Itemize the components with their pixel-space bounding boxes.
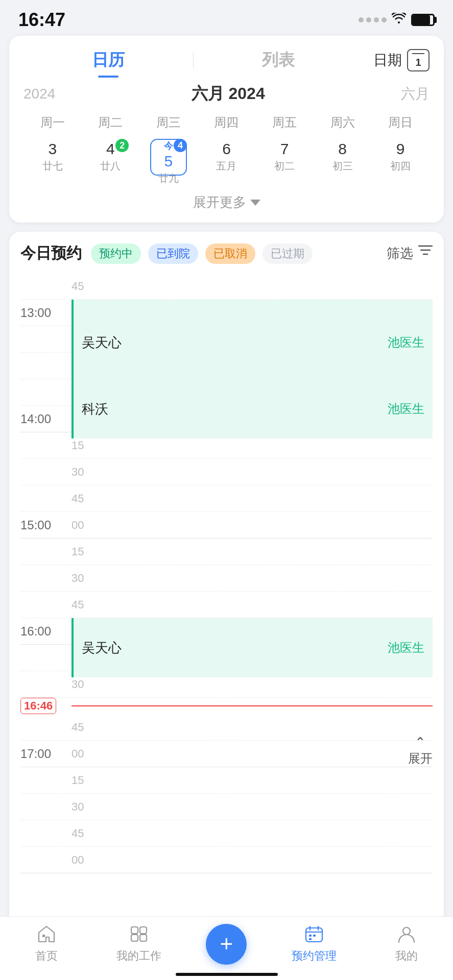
svg-rect-6: [309, 935, 312, 937]
nav-appointments[interactable]: 预约管理: [289, 925, 340, 964]
appt-header: 今日预约 预约中 已到院 已取消 已过期 筛选: [20, 243, 433, 264]
slot-1345: 科沃 池医生 45: [20, 379, 433, 406]
status-time: 16:47: [18, 9, 65, 31]
cal-day-4[interactable]: 2 4 廿八: [82, 137, 140, 188]
nav-add[interactable]: +: [206, 924, 247, 965]
nav-home-label: 首页: [35, 948, 58, 964]
slot-1700: 17:00 00 ⌃ 展开: [20, 741, 433, 767]
svg-point-9: [403, 927, 410, 935]
svg-rect-2: [140, 927, 147, 934]
work-icon: [130, 925, 148, 945]
current-time-label: 16:46: [20, 698, 56, 714]
cal-day-8[interactable]: 8 初三: [314, 137, 372, 188]
time-1600: 16:00: [20, 624, 51, 639]
appointment-section: 今日预约 预约中 已到院 已取消 已过期 筛选 45 13:00: [9, 232, 444, 935]
slot-current-time: 16:46: [20, 698, 433, 714]
weekday-row: 周一 周二 周三 周四 周五 周六 周日: [23, 112, 430, 133]
cal-day-7[interactable]: 7 初二: [255, 137, 314, 188]
battery-icon: [411, 14, 435, 26]
month-label-right: 六月: [401, 84, 430, 104]
nav-profile[interactable]: 我的: [381, 925, 432, 964]
date-calendar-icon: [407, 49, 430, 71]
weekday-sat: 周六: [314, 112, 372, 133]
year-label: 2024: [23, 86, 55, 102]
appt-wutianxin-1300[interactable]: 吴天心 池医生: [71, 300, 433, 385]
current-time-line: [71, 705, 433, 706]
svg-rect-7: [313, 935, 316, 937]
expand-btn[interactable]: ⌃ 展开: [408, 734, 433, 767]
timeline: 45 13:00 吴天心 池医生 00 15: [20, 273, 433, 935]
weekday-thu: 周四: [198, 112, 256, 133]
appt-kewo-1345[interactable]: 科沃 池医生: [71, 379, 433, 438]
weekday-wed: 周三: [139, 112, 198, 133]
calendar-row: 3 廿七 2 4 廿八 4 今 5 廿九 6 五月: [23, 137, 430, 188]
home-icon: [37, 925, 56, 945]
cal-day-6[interactable]: 6 五月: [198, 137, 256, 188]
slot-1245: 45: [20, 273, 433, 300]
time-1300: 13:00: [20, 306, 51, 320]
tab-list[interactable]: 列表: [194, 45, 363, 76]
expand-more-label: 展开更多: [193, 193, 246, 211]
badge-4: 2: [115, 139, 129, 152]
bottom-nav: 首页 我的工作 + 预约管理: [0, 916, 453, 980]
svg-rect-1: [131, 927, 138, 934]
appt-wutianxin-1600[interactable]: 吴天心 池医生: [71, 618, 433, 677]
tab-row: 日历 列表 日期: [23, 45, 430, 76]
svg-rect-8: [309, 938, 312, 940]
filter-label: 筛选: [387, 244, 413, 262]
year-month-row: 2024 六月 2024 六月: [23, 83, 430, 105]
filter-area[interactable]: 筛选: [387, 244, 433, 262]
weekday-tue: 周二: [82, 112, 140, 133]
signal-icon: [359, 17, 387, 22]
nav-work[interactable]: 我的工作: [113, 925, 164, 964]
tag-cancelled[interactable]: 已取消: [205, 243, 255, 264]
slot-1545: 45: [20, 592, 433, 618]
status-icons: [359, 13, 435, 27]
slot-1515: 15: [20, 538, 433, 565]
cal-day-5-today[interactable]: 4 今 5 廿九: [139, 137, 198, 188]
nav-appointments-label: 预约管理: [292, 948, 337, 964]
svg-rect-3: [131, 935, 138, 941]
status-bar: 16:47: [0, 0, 453, 36]
weekday-fri: 周五: [255, 112, 314, 133]
time-1700: 17:00: [20, 747, 51, 761]
slot-1715: 15: [20, 767, 433, 794]
calendar-card: 日历 列表 日期 2024 六月 2024 六月 周一 周二 周三 周四 周五 …: [9, 36, 444, 223]
tag-arrived[interactable]: 已到院: [148, 243, 198, 264]
wifi-icon: [392, 13, 406, 27]
slot-1530: 30: [20, 565, 433, 592]
add-button[interactable]: +: [206, 924, 247, 965]
expand-more-row[interactable]: 展开更多: [23, 193, 430, 211]
slot-1445: 45: [20, 485, 433, 512]
cal-day-9[interactable]: 9 初四: [371, 137, 430, 188]
nav-profile-label: 我的: [395, 948, 418, 964]
tab-calendar[interactable]: 日历: [23, 45, 193, 76]
slot-1730: 30: [20, 794, 433, 820]
slot-1500: 15:00 00: [20, 512, 433, 538]
profile-icon: [397, 925, 416, 945]
appointments-icon: [305, 925, 323, 945]
cal-day-3[interactable]: 3 廿七: [23, 137, 82, 188]
badge-5: 4: [174, 139, 187, 152]
chevron-down-icon: [250, 200, 260, 206]
tag-booking[interactable]: 预约中: [91, 243, 141, 264]
weekday-sun: 周日: [371, 112, 430, 133]
month-title: 六月 2024: [192, 83, 265, 105]
nav-home[interactable]: 首页: [21, 925, 72, 964]
time-1400: 14:00: [20, 412, 51, 426]
nav-work-label: 我的工作: [116, 948, 161, 964]
slot-1800: 00: [20, 847, 433, 873]
home-bar: [176, 973, 278, 976]
svg-rect-4: [140, 935, 147, 941]
slot-1600: 16:00 吴天心 池医生 00: [20, 618, 433, 645]
slot-1645: 45: [20, 714, 433, 741]
tag-expired[interactable]: 已过期: [263, 243, 313, 264]
appt-title: 今日预约: [20, 243, 82, 264]
slot-1745: 45: [20, 820, 433, 847]
date-button[interactable]: 日期: [373, 49, 430, 71]
slot-1300: 13:00 吴天心 池医生 00: [20, 300, 433, 326]
svg-rect-0: [42, 935, 45, 937]
date-label: 日期: [373, 51, 402, 70]
time-1500: 15:00: [20, 518, 51, 532]
filter-icon: [418, 245, 433, 262]
